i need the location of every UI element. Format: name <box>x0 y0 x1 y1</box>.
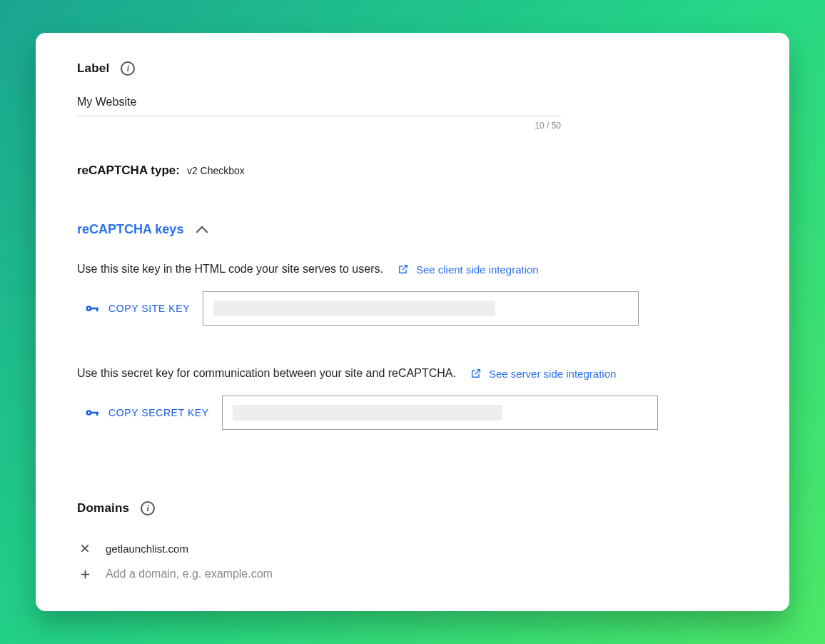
svg-rect-7 <box>96 412 98 416</box>
domain-list: getlaunchlist.com <box>77 535 748 587</box>
site-key-desc: Use this site key in the HTML code your … <box>77 263 383 276</box>
open-in-new-icon <box>470 368 482 379</box>
close-icon <box>79 543 91 554</box>
secret-key-desc: Use this secret key for communication be… <box>77 367 456 380</box>
domains-header: Domains i <box>77 501 748 515</box>
client-integration-link[interactable]: See client side integration <box>398 263 539 276</box>
secret-key-value-redacted <box>233 405 502 421</box>
copy-site-key-label: COPY SITE KEY <box>108 303 190 314</box>
copy-site-key-button[interactable]: COPY SITE KEY <box>84 301 190 316</box>
key-icon <box>84 405 100 421</box>
recaptcha-keys-title: reCAPTCHA keys <box>77 222 183 237</box>
domain-text: getlaunchlist.com <box>106 543 188 555</box>
recaptcha-type-row: reCAPTCHA type: v2 Checkbox <box>77 163 748 178</box>
server-integration-link-text: See server side integration <box>489 368 616 380</box>
info-icon[interactable]: i <box>121 61 135 76</box>
domains-title: Domains <box>77 501 129 515</box>
copy-secret-key-button[interactable]: COPY SECRET KEY <box>84 405 209 421</box>
copy-secret-key-label: COPY SECRET KEY <box>108 407 209 418</box>
secret-key-row: COPY SECRET KEY <box>77 396 748 430</box>
plus-icon <box>79 568 91 580</box>
domains-section: Domains i getlaunchlist.com <box>77 501 748 587</box>
label-input[interactable] <box>77 91 561 116</box>
recaptcha-type-value: v2 Checkbox <box>187 165 245 176</box>
secret-key-desc-row: Use this secret key for communication be… <box>77 367 748 380</box>
site-key-desc-row: Use this site key in the HTML code your … <box>77 263 748 276</box>
open-in-new-icon <box>398 263 409 275</box>
domain-row: getlaunchlist.com <box>77 535 748 561</box>
label-header: Label i <box>77 61 748 76</box>
site-key-row: COPY SITE KEY <box>77 291 748 326</box>
client-integration-link-text: See client side integration <box>416 263 539 276</box>
svg-rect-3 <box>96 308 98 312</box>
add-domain-input[interactable] <box>106 568 391 580</box>
label-title: Label <box>77 61 109 76</box>
svg-point-5 <box>88 412 90 414</box>
secret-key-box[interactable] <box>222 396 658 430</box>
chevron-up-icon <box>196 226 208 238</box>
svg-point-1 <box>88 308 90 310</box>
recaptcha-type-label: reCAPTCHA type: <box>77 163 180 178</box>
remove-domain-button[interactable] <box>79 542 91 555</box>
add-domain-row <box>77 561 748 587</box>
label-char-count: 10 / 50 <box>77 121 561 131</box>
settings-card: Label i 10 / 50 reCAPTCHA type: v2 Check… <box>36 33 789 611</box>
add-domain-button[interactable] <box>79 568 91 580</box>
info-icon[interactable]: i <box>141 501 155 515</box>
recaptcha-keys-toggle[interactable]: reCAPTCHA keys <box>77 222 748 237</box>
site-key-box[interactable] <box>203 291 639 326</box>
label-input-wrap: 10 / 50 <box>77 91 561 131</box>
key-icon <box>84 301 100 316</box>
server-integration-link[interactable]: See server side integration <box>470 368 616 380</box>
site-key-value-redacted <box>213 301 495 316</box>
